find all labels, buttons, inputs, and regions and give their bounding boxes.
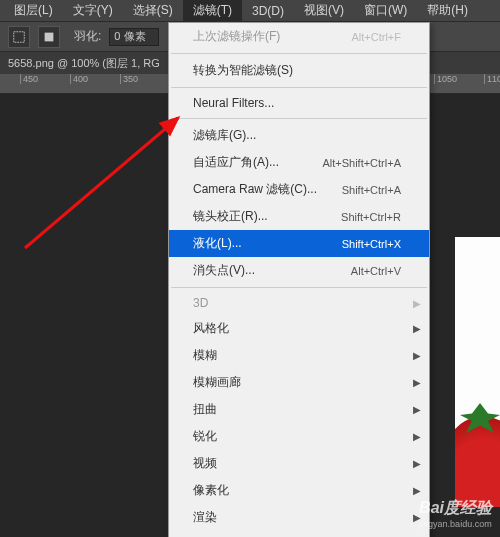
menu-distort[interactable]: 扭曲 ▶ xyxy=(169,396,429,423)
menu-neural-filters[interactable]: Neural Filters... xyxy=(169,91,429,115)
menu-liquify[interactable]: 液化(L)... Shift+Ctrl+X xyxy=(169,230,429,257)
chevron-right-icon: ▶ xyxy=(413,404,421,415)
svg-rect-0 xyxy=(14,31,25,42)
watermark: Bai度经验 jingyan.baidu.com xyxy=(419,498,492,529)
menu-separator xyxy=(171,53,427,54)
menu-shortcut: Alt+Ctrl+F xyxy=(351,31,401,43)
menu-video[interactable]: 视频 ▶ xyxy=(169,450,429,477)
tool-icon[interactable] xyxy=(8,26,30,48)
menu-label: 上次滤镜操作(F) xyxy=(193,28,280,45)
menu-help[interactable]: 帮助(H) xyxy=(417,0,478,21)
chevron-right-icon: ▶ xyxy=(413,458,421,469)
menu-label: 视频 xyxy=(193,455,217,472)
menu-label: 模糊画廊 xyxy=(193,374,241,391)
menu-separator xyxy=(171,87,427,88)
menu-label: 3D xyxy=(193,296,208,310)
menu-blur-gallery[interactable]: 模糊画廊 ▶ xyxy=(169,369,429,396)
menu-label: 模糊 xyxy=(193,347,217,364)
svg-rect-1 xyxy=(45,32,54,41)
ruler-tick: 350 xyxy=(120,74,138,84)
menu-adaptive-wide-angle[interactable]: 自适应广角(A)... Alt+Shift+Ctrl+A xyxy=(169,149,429,176)
menu-label: 风格化 xyxy=(193,320,229,337)
tool-icon-2[interactable] xyxy=(38,26,60,48)
chevron-right-icon: ▶ xyxy=(413,350,421,361)
menu-last-filter[interactable]: 上次滤镜操作(F) Alt+Ctrl+F xyxy=(169,23,429,50)
menubar: 图层(L) 文字(Y) 选择(S) 滤镜(T) 3D(D) 视图(V) 窗口(W… xyxy=(0,0,500,22)
chevron-right-icon: ▶ xyxy=(413,298,421,309)
menu-smart-filter[interactable]: 转换为智能滤镜(S) xyxy=(169,57,429,84)
menu-separator xyxy=(171,287,427,288)
menu-shortcut: Shift+Ctrl+X xyxy=(342,238,401,250)
menu-layer[interactable]: 图层(L) xyxy=(4,0,63,21)
chevron-right-icon: ▶ xyxy=(413,323,421,334)
menu-label: 渲染 xyxy=(193,509,217,526)
menu-separator xyxy=(171,118,427,119)
menu-noise[interactable]: 杂色 ▶ xyxy=(169,531,429,537)
menu-shortcut: Alt+Ctrl+V xyxy=(351,265,401,277)
chevron-right-icon: ▶ xyxy=(413,485,421,496)
menu-3d[interactable]: 3D(D) xyxy=(242,2,294,20)
menu-text[interactable]: 文字(Y) xyxy=(63,0,123,21)
menu-label: 滤镜库(G)... xyxy=(193,127,256,144)
menu-label: 像素化 xyxy=(193,482,229,499)
menu-label: 转换为智能滤镜(S) xyxy=(193,62,293,79)
menu-filter-gallery[interactable]: 滤镜库(G)... xyxy=(169,122,429,149)
strawberry-image xyxy=(455,417,500,507)
menu-label: Camera Raw 滤镜(C)... xyxy=(193,181,317,198)
menu-sharpen[interactable]: 锐化 ▶ xyxy=(169,423,429,450)
chevron-right-icon: ▶ xyxy=(413,431,421,442)
menu-view[interactable]: 视图(V) xyxy=(294,0,354,21)
menu-select[interactable]: 选择(S) xyxy=(123,0,183,21)
menu-shortcut: Alt+Shift+Ctrl+A xyxy=(322,157,401,169)
watermark-url: jingyan.baidu.com xyxy=(419,519,492,529)
ruler-tick: 450 xyxy=(20,74,38,84)
ruler-tick: 1050 xyxy=(434,74,457,84)
menu-camera-raw[interactable]: Camera Raw 滤镜(C)... Shift+Ctrl+A xyxy=(169,176,429,203)
menu-label: 液化(L)... xyxy=(193,235,242,252)
menu-label: 消失点(V)... xyxy=(193,262,255,279)
menu-lens-correction[interactable]: 镜头校正(R)... Shift+Ctrl+R xyxy=(169,203,429,230)
strawberry-leaf xyxy=(460,403,500,433)
menu-shortcut: Shift+Ctrl+R xyxy=(341,211,401,223)
feather-label: 羽化: xyxy=(74,28,101,45)
menu-label: 自适应广角(A)... xyxy=(193,154,279,171)
menu-label: 锐化 xyxy=(193,428,217,445)
chevron-right-icon: ▶ xyxy=(413,377,421,388)
menu-pixelate[interactable]: 像素化 ▶ xyxy=(169,477,429,504)
menu-shortcut: Shift+Ctrl+A xyxy=(342,184,401,196)
document-tab[interactable]: 5658.png @ 100% (图层 1, RG xyxy=(8,56,160,71)
menu-stylize[interactable]: 风格化 ▶ xyxy=(169,315,429,342)
feather-input[interactable] xyxy=(109,28,159,46)
menu-vanishing-point[interactable]: 消失点(V)... Alt+Ctrl+V xyxy=(169,257,429,284)
menu-filter[interactable]: 滤镜(T) xyxy=(183,0,242,21)
menu-label: 镜头校正(R)... xyxy=(193,208,268,225)
menu-window[interactable]: 窗口(W) xyxy=(354,0,417,21)
menu-3d-sub[interactable]: 3D ▶ xyxy=(169,291,429,315)
menu-blur[interactable]: 模糊 ▶ xyxy=(169,342,429,369)
rect-icon xyxy=(42,30,56,44)
marquee-icon xyxy=(12,30,26,44)
menu-render[interactable]: 渲染 ▶ xyxy=(169,504,429,531)
image-preview xyxy=(455,237,500,507)
menu-label: Neural Filters... xyxy=(193,96,274,110)
ruler-tick: 400 xyxy=(70,74,88,84)
menu-label: 扭曲 xyxy=(193,401,217,418)
filter-dropdown-menu: 上次滤镜操作(F) Alt+Ctrl+F 转换为智能滤镜(S) Neural F… xyxy=(168,22,430,537)
ruler-tick: 1100 xyxy=(484,74,500,84)
watermark-logo: Bai度经验 xyxy=(419,498,492,519)
